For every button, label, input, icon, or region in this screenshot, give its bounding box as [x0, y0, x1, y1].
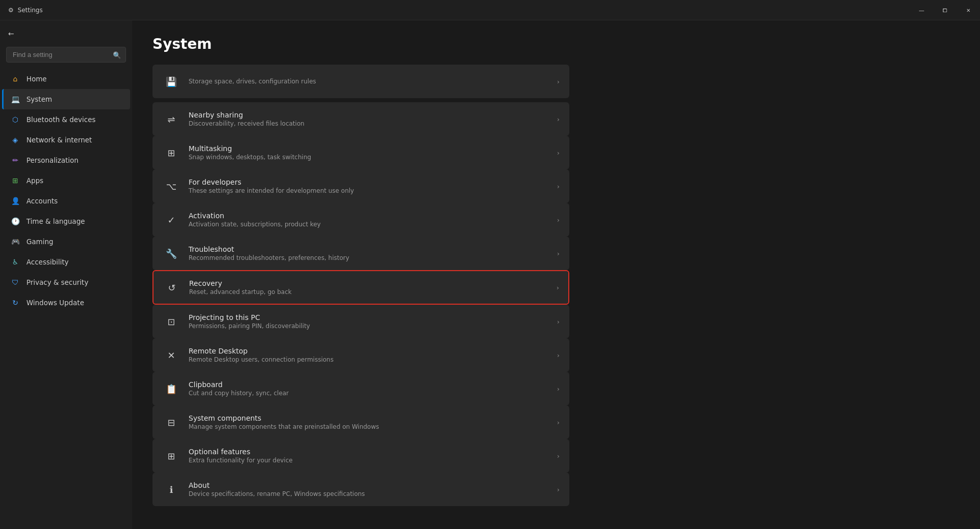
settings-item-system-components[interactable]: ⊟ System components Manage system compon… — [152, 405, 569, 439]
settings-item-remote-desktop[interactable]: ✕ Remote Desktop Remote Desktop users, c… — [152, 338, 569, 372]
sidebar-item-privacy[interactable]: 🛡 Privacy & security — [2, 272, 130, 292]
for-developers-text: For developers These settings are intend… — [189, 178, 551, 194]
system-nav-label: System — [26, 95, 52, 103]
settings-item-about[interactable]: ℹ About Device specifications, rename PC… — [152, 473, 569, 506]
nearby-sharing-subtitle: Discoverability, received files location — [189, 120, 551, 127]
network-nav-label: Network & internet — [26, 136, 92, 144]
system-components-icon: ⊟ — [162, 413, 180, 431]
optional-features-icon: ⊞ — [162, 447, 180, 465]
settings-list: 💾 Storage space, drives, configuration r… — [152, 65, 569, 506]
about-chevron: › — [557, 486, 560, 493]
page-title: System — [152, 36, 960, 52]
time-nav-label: Time & language — [26, 217, 85, 225]
settings-item-recovery[interactable]: ↺ Recovery Reset, advanced startup, go b… — [152, 270, 569, 305]
recovery-subtitle: Reset, advanced startup, go back — [189, 288, 550, 296]
network-nav-icon: ◈ — [10, 135, 20, 145]
app-title: ⚙ Settings — [8, 7, 43, 14]
settings-item-activation[interactable]: ✓ Activation Activation state, subscript… — [152, 203, 569, 237]
bluetooth-nav-icon: ⬡ — [10, 114, 20, 125]
sidebar-item-network[interactable]: ◈ Network & internet — [2, 130, 130, 150]
for-developers-subtitle: These settings are intended for developm… — [189, 187, 551, 194]
main-content: System 💾 Storage space, drives, configur… — [132, 20, 980, 529]
sidebar-item-accounts[interactable]: 👤 Accounts — [2, 191, 130, 211]
sidebar-item-gaming[interactable]: 🎮 Gaming — [2, 231, 130, 252]
remote-desktop-subtitle: Remote Desktop users, connection permiss… — [189, 356, 551, 363]
about-title: About — [189, 481, 551, 489]
remote-desktop-text: Remote Desktop Remote Desktop users, con… — [189, 347, 551, 363]
settings-item-clipboard[interactable]: 📋 Clipboard Cut and copy history, sync, … — [152, 372, 569, 405]
sidebar-item-bluetooth[interactable]: ⬡ Bluetooth & devices — [2, 109, 130, 130]
settings-item-multitasking[interactable]: ⊞ Multitasking Snap windows, desktops, t… — [152, 136, 569, 169]
settings-item-troubleshoot[interactable]: 🔧 Troubleshoot Recommended troubleshoote… — [152, 237, 569, 270]
sidebar-item-personalization[interactable]: ✏ Personalization — [2, 150, 130, 170]
system-components-title: System components — [189, 414, 551, 422]
apps-nav-label: Apps — [26, 177, 43, 185]
update-nav-icon: ↻ — [10, 298, 20, 308]
projecting-title: Projecting to this PC — [189, 313, 551, 321]
accounts-nav-label: Accounts — [26, 197, 58, 205]
for-developers-icon: ⌥ — [162, 177, 180, 195]
accessibility-nav-icon: ♿ — [10, 257, 20, 267]
nearby-sharing-icon: ⇌ — [162, 110, 180, 128]
search-input[interactable] — [6, 47, 126, 63]
troubleshoot-chevron: › — [557, 250, 560, 257]
home-nav-icon: ⌂ — [10, 74, 20, 84]
sidebar-item-system[interactable]: 💻 System — [2, 89, 130, 109]
accounts-nav-icon: 👤 — [10, 196, 20, 206]
minimize-button[interactable]: — — [910, 0, 933, 20]
recovery-chevron: › — [557, 284, 559, 291]
multitasking-subtitle: Snap windows, desktops, task switching — [189, 154, 551, 161]
recovery-icon: ↺ — [163, 278, 181, 297]
system-components-text: System components Manage system componen… — [189, 414, 551, 430]
recovery-text: Recovery Reset, advanced startup, go bac… — [189, 279, 550, 296]
activation-chevron: › — [557, 216, 560, 224]
for-developers-chevron: › — [557, 183, 560, 190]
activation-subtitle: Activation state, subscriptions, product… — [189, 221, 551, 228]
close-button[interactable]: ✕ — [957, 0, 980, 20]
for-developers-title: For developers — [189, 178, 551, 186]
about-text: About Device specifications, rename PC, … — [189, 481, 551, 497]
troubleshoot-text: Troubleshoot Recommended troubleshooters… — [189, 245, 551, 261]
app-container: ← 🔍 ⌂ Home 💻 System ⬡ Bluetooth & device… — [0, 20, 980, 529]
clipboard-icon: 📋 — [162, 379, 180, 398]
nearby-sharing-chevron: › — [557, 115, 560, 123]
back-arrow-icon: ← — [8, 30, 14, 38]
multitasking-title: Multitasking — [189, 144, 551, 153]
recovery-title: Recovery — [189, 279, 550, 287]
multitasking-text: Multitasking Snap windows, desktops, tas… — [189, 144, 551, 161]
storage-text: Storage space, drives, configuration rul… — [189, 78, 551, 85]
sidebar-item-update[interactable]: ↻ Windows Update — [2, 292, 130, 313]
activation-icon: ✓ — [162, 211, 180, 229]
settings-icon: ⚙ — [8, 7, 14, 14]
nearby-sharing-title: Nearby sharing — [189, 111, 551, 119]
optional-features-title: Optional features — [189, 448, 551, 456]
sidebar-item-apps[interactable]: ⊞ Apps — [2, 170, 130, 191]
back-button[interactable]: ← — [0, 26, 132, 41]
about-subtitle: Device specifications, rename PC, Window… — [189, 490, 551, 497]
system-components-subtitle: Manage system components that are preins… — [189, 423, 551, 430]
search-icon: 🔍 — [113, 51, 121, 58]
multitasking-chevron: › — [557, 149, 560, 157]
time-nav-icon: 🕐 — [10, 216, 20, 226]
remote-desktop-chevron: › — [557, 351, 560, 359]
clipboard-title: Clipboard — [189, 380, 551, 389]
storage-item[interactable]: 💾 Storage space, drives, configuration r… — [152, 65, 569, 98]
settings-item-for-developers[interactable]: ⌥ For developers These settings are inte… — [152, 169, 569, 203]
remote-desktop-title: Remote Desktop — [189, 347, 551, 355]
accessibility-nav-label: Accessibility — [26, 258, 69, 266]
personalization-nav-icon: ✏ — [10, 155, 20, 165]
sidebar: ← 🔍 ⌂ Home 💻 System ⬡ Bluetooth & device… — [0, 20, 132, 529]
sidebar-item-time[interactable]: 🕐 Time & language — [2, 211, 130, 231]
projecting-chevron: › — [557, 318, 560, 326]
settings-item-optional-features[interactable]: ⊞ Optional features Extra functionality … — [152, 439, 569, 473]
bluetooth-nav-label: Bluetooth & devices — [26, 115, 96, 124]
optional-features-chevron: › — [557, 452, 560, 460]
sidebar-item-home[interactable]: ⌂ Home — [2, 69, 130, 89]
settings-item-nearby-sharing[interactable]: ⇌ Nearby sharing Discoverability, receiv… — [152, 102, 569, 136]
troubleshoot-icon: 🔧 — [162, 244, 180, 262]
storage-subtitle: Storage space, drives, configuration rul… — [189, 78, 551, 85]
sidebar-item-accessibility[interactable]: ♿ Accessibility — [2, 252, 130, 272]
restore-button[interactable]: ⧠ — [933, 0, 957, 20]
settings-item-projecting[interactable]: ⊡ Projecting to this PC Permissions, pai… — [152, 305, 569, 338]
about-icon: ℹ — [162, 480, 180, 498]
